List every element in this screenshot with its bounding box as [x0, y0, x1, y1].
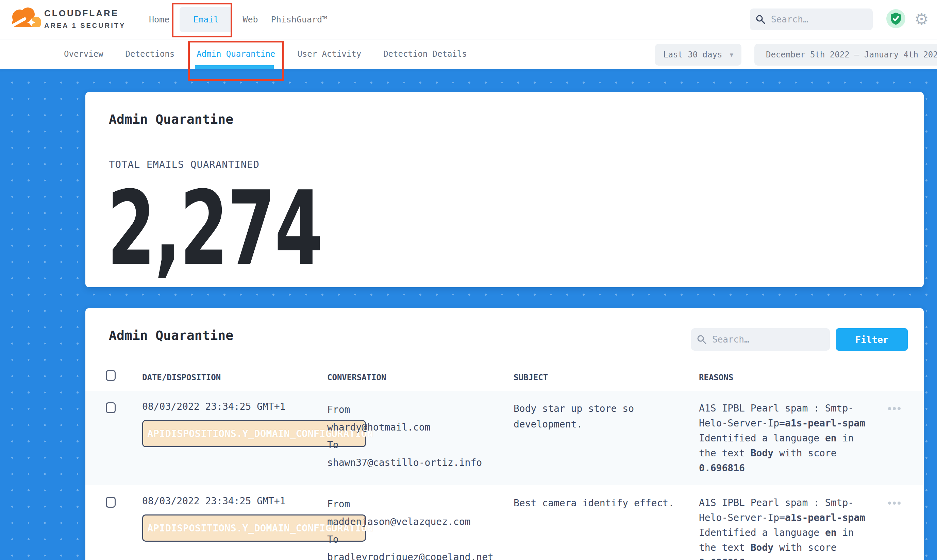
column-header-conversation[interactable]: CONVERSATION [327, 373, 386, 382]
row-checkbox[interactable] [106, 497, 116, 508]
column-header-date-disposition[interactable]: DATE/DISPOSITION [142, 373, 221, 382]
table-search[interactable] [691, 328, 830, 351]
section-tabs: Overview Detections Admin Quarantine Use… [64, 39, 467, 69]
row-actions-menu-icon[interactable] [888, 407, 901, 410]
summary-card-title: Admin Quarantine [109, 112, 233, 127]
table-search-input[interactable] [712, 334, 798, 345]
area1-security-dashboard: CLOUDFLARE AREA 1 SECURITY Home Email We… [0, 0, 937, 560]
row-subject: Best camera identify effect. [514, 495, 674, 511]
row-date: 08/03/2022 23:34:25 GMT+1 [142, 495, 286, 507]
top-header: CLOUDFLARE AREA 1 SECURITY Home Email We… [0, 0, 937, 39]
column-header-subject[interactable]: SUBJECT [514, 373, 548, 382]
total-emails-label: TOTAL EMAILS QUARANTINED [109, 159, 259, 170]
global-search[interactable] [750, 9, 873, 30]
tab-user-activity[interactable]: User Activity [297, 49, 361, 59]
row-reasons: A1S IPBL Pearl spam : Smtp- Helo-Server-… [699, 401, 889, 476]
shield-check-icon [890, 12, 901, 25]
row-conversation: From whardy@hotmail.com To shawn37@casti… [327, 401, 482, 472]
gear-icon[interactable]: ⚙ [914, 9, 929, 29]
row-checkbox[interactable] [106, 402, 116, 413]
tab-detection-details[interactable]: Detection Details [383, 49, 467, 59]
date-range-dropdown-label: Last 30 days [663, 50, 722, 60]
total-emails-value: 2,274 [107, 178, 322, 280]
row-date: 08/03/2022 23:34:25 GMT+1 [142, 401, 286, 412]
tab-admin-quarantine[interactable]: Admin Quarantine [197, 49, 275, 59]
active-tab-underline [195, 65, 274, 69]
date-range-text: December 5th 2022 — January 4th 2023 [766, 50, 937, 60]
search-icon [696, 334, 707, 345]
row-conversation: From maddenjason@velazquez.com To bradle… [327, 495, 494, 560]
protection-status-badge[interactable] [886, 9, 905, 28]
tab-detections[interactable]: Detections [125, 49, 175, 59]
date-range-dropdown[interactable]: Last 30 days ▼ [655, 44, 741, 66]
brand-subtitle: AREA 1 SECURITY [44, 22, 125, 29]
row-actions-menu-icon[interactable] [888, 502, 901, 505]
cloudflare-cloud-logo-icon [9, 5, 43, 33]
nav-item-web[interactable]: Web [240, 15, 261, 25]
row-subject: Body star up store so development. [514, 401, 634, 432]
quarantine-table-card: Admin Quarantine Filter DATE/DISPOSITION… [85, 308, 924, 560]
top-navigation: Home Email Web PhishGuard™ [146, 0, 330, 39]
email-section-nav: Overview Detections Admin Quarantine Use… [0, 39, 937, 69]
table-row: 08/03/2022 23:34:25 GMT+1 APIDISPOSITION… [85, 485, 924, 560]
select-all-checkbox[interactable] [106, 370, 116, 381]
chevron-down-icon: ▼ [730, 51, 733, 58]
tab-overview[interactable]: Overview [64, 49, 103, 59]
brand-block: CLOUDFLARE AREA 1 SECURITY [44, 8, 125, 29]
content-background: Admin Quarantine TOTAL EMAILS QUARANTINE… [0, 69, 937, 560]
filter-button[interactable]: Filter [836, 328, 908, 351]
table-card-title: Admin Quarantine [109, 328, 233, 343]
search-icon [755, 14, 766, 25]
nav-item-home[interactable]: Home [146, 15, 172, 25]
nav-item-phishguard[interactable]: PhishGuard™ [269, 15, 330, 25]
quarantine-summary-card: Admin Quarantine TOTAL EMAILS QUARANTINE… [85, 92, 924, 287]
table-row: 08/03/2022 23:34:25 GMT+1 APIDISPOSITION… [85, 391, 924, 485]
date-range-display[interactable]: December 5th 2022 — January 4th 2023 [754, 44, 937, 66]
column-header-reasons[interactable]: REASONS [699, 373, 733, 382]
global-search-input[interactable] [770, 14, 857, 25]
brand-name: CLOUDFLARE [44, 8, 125, 19]
row-reasons: A1S IPBL Pearl spam : Smtp- Helo-Server-… [699, 495, 889, 560]
nav-item-email[interactable]: Email [179, 7, 232, 32]
